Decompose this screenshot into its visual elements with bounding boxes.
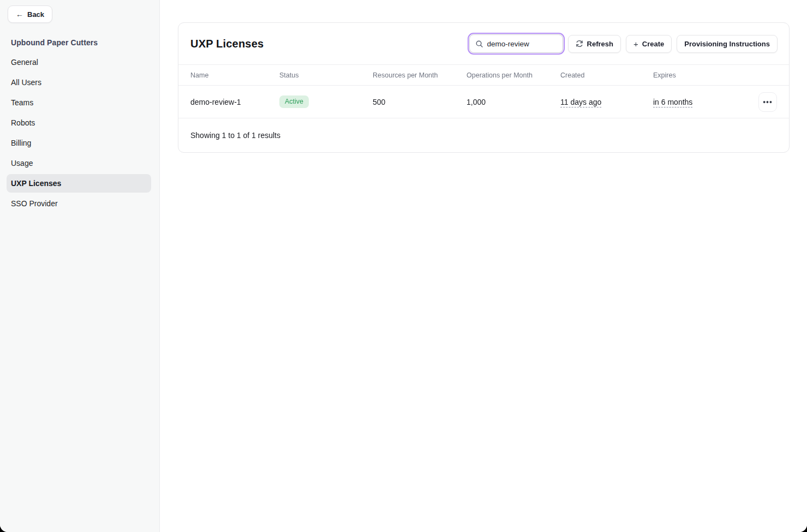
column-header-name: Name — [190, 71, 279, 79]
search-icon — [475, 40, 483, 48]
app-window: ← Back Upbound Paper Cutters General All… — [0, 0, 807, 532]
page-title: UXP Licenses — [190, 38, 264, 50]
licenses-table: Name Status Resources per Month Operatio… — [178, 64, 789, 152]
refresh-icon — [576, 40, 583, 47]
provisioning-instructions-button[interactable]: Provisioning Instructions — [677, 35, 778, 53]
column-header-status: Status — [279, 71, 373, 79]
created-value: 11 days ago — [560, 98, 601, 106]
sidebar-item-teams[interactable]: Teams — [7, 93, 151, 112]
arrow-left-icon: ← — [16, 10, 23, 18]
expires-value: in 6 months — [653, 98, 692, 106]
column-header-resources: Resources per Month — [373, 71, 467, 79]
sidebar-item-general[interactable]: General — [7, 53, 151, 71]
table-footer: Showing 1 to 1 of 1 results — [178, 118, 789, 152]
settings-sidebar: ← Back Upbound Paper Cutters General All… — [0, 0, 160, 532]
column-header-operations: Operations per Month — [467, 71, 560, 79]
row-actions-cell: ••• — [744, 92, 777, 112]
main-content: UXP Licenses — [160, 0, 807, 532]
created-cell: 11 days ago — [560, 98, 653, 106]
refresh-button[interactable]: Refresh — [568, 35, 621, 53]
status-badge: Active — [279, 95, 309, 108]
back-button-label: Back — [27, 10, 44, 19]
provisioning-instructions-label: Provisioning Instructions — [684, 40, 770, 48]
header-controls: Refresh + Create Provisioning Instructio… — [469, 34, 778, 53]
table-header-row: Name Status Resources per Month Operatio… — [178, 64, 789, 86]
results-summary: Showing 1 to 1 of 1 results — [190, 131, 280, 140]
resources-per-month-value: 500 — [373, 98, 467, 106]
org-name: Upbound Paper Cutters — [11, 38, 148, 47]
create-button-label: Create — [642, 40, 664, 48]
uxp-licenses-card: UXP Licenses — [178, 22, 790, 153]
ellipsis-icon: ••• — [763, 98, 773, 106]
sidebar-item-all-users[interactable]: All Users — [7, 73, 151, 92]
back-button[interactable]: ← Back — [8, 5, 52, 23]
column-header-created: Created — [560, 71, 653, 79]
create-button[interactable]: + Create — [626, 35, 672, 53]
sidebar-item-sso-provider[interactable]: SSO Provider — [7, 194, 151, 213]
expires-cell: in 6 months — [653, 98, 744, 106]
sidebar-item-uxp-licenses[interactable]: UXP Licenses — [7, 174, 151, 193]
sidebar-item-billing[interactable]: Billing — [7, 134, 151, 152]
card-header: UXP Licenses — [178, 23, 789, 64]
row-actions-button[interactable]: ••• — [758, 92, 777, 112]
license-status-cell: Active — [279, 95, 373, 108]
sidebar-item-usage[interactable]: Usage — [7, 154, 151, 172]
license-name: demo-review-1 — [190, 98, 279, 106]
refresh-button-label: Refresh — [587, 40, 613, 48]
plus-icon: + — [633, 40, 638, 48]
search-box — [469, 34, 563, 53]
sidebar-nav: General All Users Teams Robots Billing U… — [0, 53, 159, 213]
operations-per-month-value: 1,000 — [467, 98, 560, 106]
table-row: demo-review-1 Active 500 1,000 11 days a… — [178, 86, 789, 118]
column-header-expires: Expires — [653, 71, 744, 79]
search-input[interactable] — [487, 40, 557, 48]
sidebar-item-robots[interactable]: Robots — [7, 113, 151, 132]
